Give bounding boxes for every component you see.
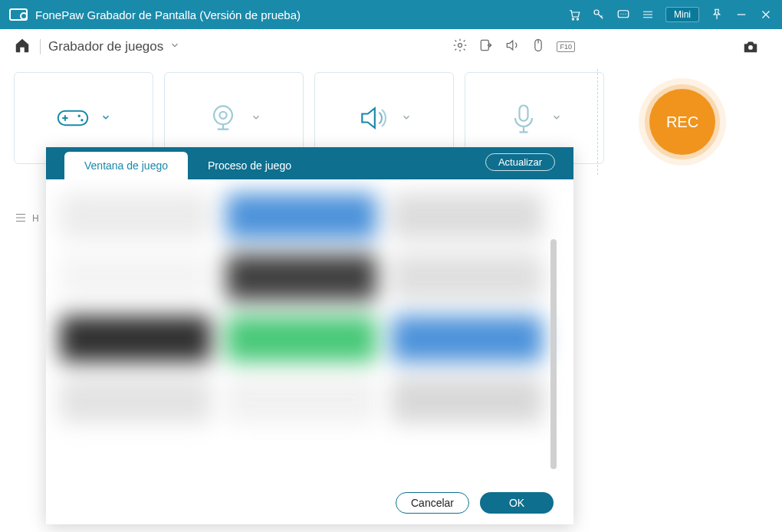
mini-button[interactable]: Mini [665,7,699,22]
refresh-button[interactable]: Actualizar [485,153,555,171]
mouse-icon[interactable] [531,38,546,56]
svg-point-2 [594,10,599,15]
svg-rect-16 [520,106,528,121]
key-icon[interactable] [592,8,606,21]
close-icon[interactable] [759,8,773,21]
modal-footer: Cancelar OK [46,486,573,524]
tab-game-window[interactable]: Ventana de juego [64,152,188,179]
chevron-down-icon [251,112,261,125]
list-icon [14,212,28,225]
app-logo-icon [9,8,28,21]
ok-button[interactable]: OK [480,492,554,514]
svg-point-13 [80,119,83,121]
game-window-modal: Ventana de juego Proceso de juego Actual… [46,147,573,524]
chevron-down-icon [401,112,412,125]
history-strip[interactable]: H [14,209,39,228]
vertical-separator [597,69,598,175]
history-letter: H [32,213,39,224]
record-label: REC [666,113,698,131]
svg-point-14 [214,106,232,124]
svg-point-4 [620,14,621,15]
menu-icon[interactable] [641,8,655,21]
svg-point-6 [625,14,626,15]
svg-point-7 [458,44,462,48]
svg-point-0 [572,18,573,20]
cart-icon[interactable] [567,8,581,21]
blurred-window-thumbnails [60,193,543,478]
feedback-icon[interactable] [616,8,630,21]
export-icon[interactable] [478,38,494,56]
svg-point-5 [623,14,623,15]
mode-chevron-icon[interactable] [169,40,180,54]
home-icon[interactable] [14,37,31,57]
settings-icon[interactable] [452,38,468,56]
mode-label[interactable]: Grabador de juegos [48,39,163,54]
chevron-down-icon [551,112,562,125]
titlebar-controls: Mini [567,7,773,22]
tab-game-process[interactable]: Proceso de juego [188,152,311,179]
sound-icon[interactable] [504,38,520,56]
record-button[interactable]: REC [649,89,715,155]
hotkey-badge: F10 [557,41,575,52]
svg-point-12 [78,115,80,117]
chevron-down-icon [100,112,111,125]
svg-point-10 [748,45,753,50]
modal-tabs: Ventana de juego Proceso de juego Actual… [46,147,573,179]
svg-point-15 [219,112,226,119]
window-list-area[interactable] [46,179,573,486]
svg-point-1 [577,18,578,20]
title-bar: FonePaw Grabador de Pantalla (Versión de… [0,0,782,29]
screenshot-icon[interactable] [741,38,761,58]
minimize-icon[interactable] [734,8,748,21]
cancel-button[interactable]: Cancelar [396,492,469,514]
pin-icon[interactable] [710,8,724,21]
scrollbar[interactable] [550,239,557,469]
divider [40,39,41,54]
record-area: REC [606,64,759,179]
mode-bar: Grabador de juegos F10 [0,29,782,64]
app-title: FonePaw Grabador de Pantalla (Versión de… [35,8,567,21]
toolbar-icons: F10 [452,29,575,64]
